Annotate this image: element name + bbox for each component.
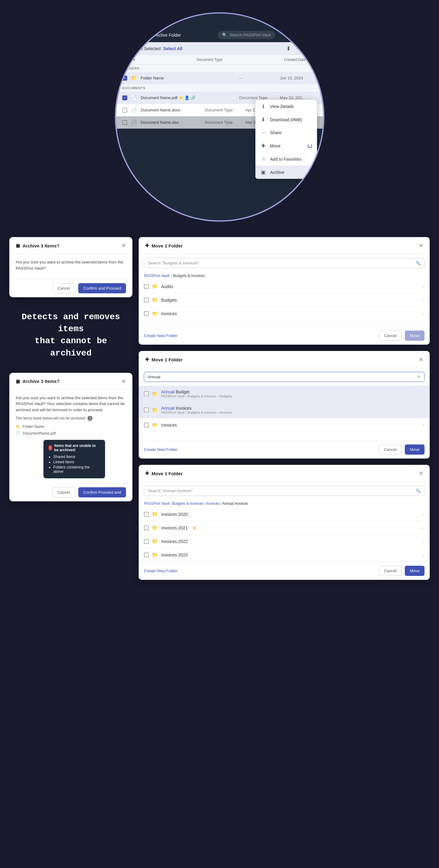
dialog-close-button[interactable]: ✕ [121,242,126,249]
folder-name: Budgets [161,298,177,303]
list-item[interactable]: 📁 Invoices › [139,418,430,432]
move-search-box3[interactable]: Search "Annual Invoices" 🔍 [144,486,425,496]
search-bar[interactable]: 🔍 Search PASSPort Vault [218,31,275,39]
folder-checkbox[interactable] [144,512,149,517]
breadcrumb-root[interactable]: PASSPort Vault [122,33,152,37]
move-cancel-button[interactable]: Cancel [379,331,402,341]
search-icon: 🔍 [416,261,420,265]
move-dialog-close3[interactable]: ✕ [419,470,423,477]
move-dialog-close2[interactable]: ✕ [419,356,423,363]
breadcrumb-item[interactable]: Budgets & Invoices [172,501,204,506]
menu-item-label: Download (#MB) [270,117,302,122]
move-search-box2[interactable]: Annual ✕ [144,372,425,382]
download-action-icon[interactable]: ⬇ [286,45,291,52]
breadcrumb-item[interactable]: PASSPort Vault [144,501,170,506]
move-dialog-close[interactable]: ✕ [419,242,423,249]
menu-download[interactable]: ⬇ Download (#MB) [255,113,317,126]
info-action-icon[interactable]: ℹ [305,45,307,52]
menu-move[interactable]: ✚ Move [255,139,317,152]
top-circle-section: ? ⠿ PASSPort Vault › Active Folder 🔍 Sea… [0,0,439,222]
list-item[interactable]: 📁 Invoices 2022 › [139,535,430,548]
confirm-proceed-button[interactable]: Confirm and Proceed [78,283,126,293]
list-item[interactable]: 📁 Invoices 2021 ★ › [139,521,430,535]
folder-checkbox[interactable] [144,553,149,557]
tooltip-title-text: Items that are unable to be archived: [54,443,100,452]
share-action-icon[interactable]: → [295,45,301,52]
banner-line1: Detects and removes items [16,311,126,335]
move-dialog-title2: ✚ Move 1 Folder [145,357,183,362]
tooltip-items-list: Shared Items Linked Items Folders contai… [48,455,100,474]
list-item[interactable]: 📁 Annual Invoices PASSPort Vault › Budge… [139,402,430,418]
move-cancel-button2[interactable]: Cancel [379,444,402,455]
help-icon[interactable]: ? [306,17,309,24]
create-folder-button3[interactable]: Create New Folder [144,568,177,573]
folder-icon: 📁 [152,538,158,544]
folder-name: Invoices [161,311,177,316]
breadcrumb-current3: Annual Invoices [222,501,248,506]
row-checkbox[interactable] [122,120,127,125]
folder-checkbox[interactable] [144,298,149,303]
breadcrumb-item[interactable]: Invoices [206,501,220,506]
breadcrumb: PASSPort Vault › Active Folder [122,33,181,37]
chevron-right-icon: › [423,539,425,544]
row-checkbox[interactable]: ✓ [122,76,127,81]
move-dialog-footer3: Create New Folder Cancel Move [139,562,430,580]
move-icon: ✚ [145,243,149,248]
folder-name: Invoices 2023 [161,553,187,557]
move-button2[interactable]: Move [405,444,425,455]
table-row[interactable]: ✓ 📁 Folder Name -- Jun 15, 2023 [116,72,323,84]
col-date: Created Date [284,58,306,62]
cancel-button[interactable]: Cancel [52,283,75,293]
dialog-close-button2[interactable]: ✕ [121,378,126,385]
folder-name: Audits [161,284,173,289]
list-item[interactable]: 📁 Invoices 2023 › [139,548,430,562]
list-item[interactable]: 📁 Budgets › [139,293,430,307]
file-type: Document Type [239,95,276,100]
confirm-proceed-button2[interactable]: Confirm Proceed and [78,487,126,497]
folder-checkbox[interactable] [144,423,149,428]
list-item[interactable]: 📁 Annual Budget PASSPort Vault › Budgets… [139,386,430,402]
dialog-footer: Cancel Confirm and Proceed [9,279,132,297]
tooltip-item: Shared Items [53,455,100,459]
folder-name: Invoices [161,423,177,428]
list-item[interactable]: 📁 Invoices 2020 › [139,507,430,521]
folder-checkbox[interactable] [144,391,149,396]
hamburger-icon[interactable]: ☰ [312,32,317,38]
menu-item-label: Move [270,144,281,148]
folder-checkbox[interactable] [144,407,149,412]
clear-search-icon[interactable]: ✕ [417,375,420,379]
menu-archive[interactable]: ▣ Archive [255,165,317,179]
create-folder-button[interactable]: Create New Folder [144,333,177,338]
menu-share[interactable]: → Share [255,126,317,139]
move-button3[interactable]: Move [405,566,425,576]
chevron-right-icon: › [423,512,425,517]
select-all-button[interactable]: Select All [163,46,183,51]
create-folder-button2[interactable]: Create New Folder [144,447,177,452]
move-button[interactable]: Move [405,331,425,341]
more-action-icon[interactable]: ⋮ [312,45,317,52]
breadcrumb-item[interactable]: PASSPort Vault [144,274,170,278]
grid-icon[interactable]: ⠿ [313,17,317,24]
folder-breadcrumb: PASSPort Vault › Budgets & Invoices › In… [161,411,232,414]
row-checkbox[interactable]: ✓ [122,95,127,100]
folder-checkbox[interactable] [144,311,149,316]
tooltip-title: ! Items that are unable to be archived: [48,443,100,452]
menu-view-details[interactable]: ℹ View Details [255,100,317,113]
archive-dialog-2: ▣ Archive 3 Items? ✕ Are you sure you wa… [9,373,133,502]
menu-favorites[interactable]: ☆ Add to Favorites [255,152,317,165]
select-checkbox[interactable]: ✓ [122,46,127,51]
list-item[interactable]: 📁 Invoices › [139,307,430,320]
row-checkbox[interactable] [122,108,127,113]
folder-checkbox[interactable] [144,284,149,289]
folder-checkbox[interactable] [144,539,149,544]
folder-icon: 📁 [152,407,158,413]
move-search-box[interactable]: Search "Budgets & Invoices" 🔍 [144,258,425,268]
cancel-button2[interactable]: Cancel [52,487,75,497]
list-item[interactable]: 📁 Audits › [139,280,430,293]
item-name: DocumentName.pdf [23,431,56,436]
move-cancel-button3[interactable]: Cancel [379,566,402,576]
move-title-text3: Move 1 Folder [152,471,183,476]
star-icon: ☆ [260,156,266,162]
dialog-header: ▣ Archive 3 Items? ✕ [9,373,132,390]
folder-checkbox[interactable] [144,525,149,530]
